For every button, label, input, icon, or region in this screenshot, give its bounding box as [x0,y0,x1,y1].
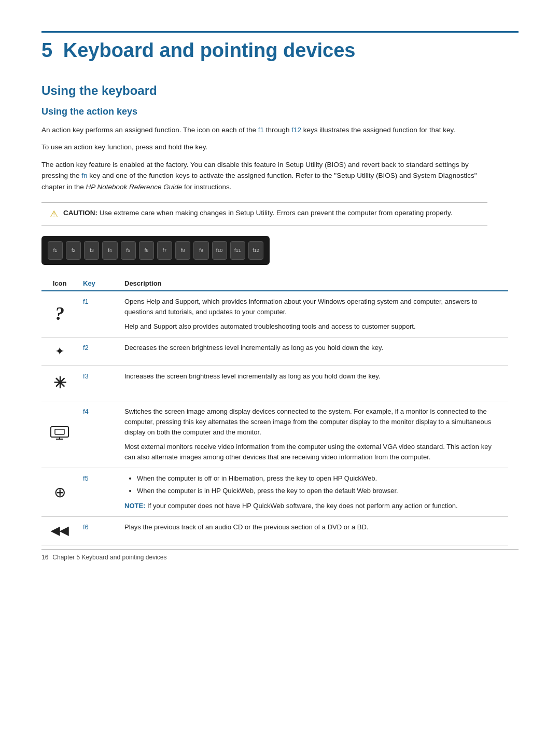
desc-f3: Increases the screen brightness level in… [119,366,508,401]
key-label-f5: f5 [78,468,119,516]
book-title: HP Notebook Reference Guide [86,183,183,191]
key-f1: f1 [48,241,63,260]
col-header-icon: Icon [41,275,78,291]
key-f2: f2 [66,241,81,260]
section-heading: Using the keyboard [41,83,519,98]
globe-icon: ⊕ [54,484,66,500]
page-container: 5 Keyboard and pointing devices Using th… [0,0,560,577]
link-fn[interactable]: fn [81,172,87,179]
key-label-f3: f3 [78,366,119,401]
desc-f4: Switches the screen image among display … [119,401,508,468]
footer-text: 16 [41,554,48,561]
desc-f6: Plays the previous track of an audio CD … [119,516,508,545]
key-f12: f12 [248,241,263,260]
display-switch-icon [50,426,69,440]
list-item: When the computer is in HP QuickWeb, pre… [137,486,503,496]
desc-f2: Decreases the screen brightness level in… [119,337,508,366]
icon-f1: ? [41,291,78,338]
desc-f5: When the computer is off or in Hibernati… [119,468,508,516]
caution-text: CAUTION: Use extreme care when making ch… [63,208,453,219]
svg-rect-1 [55,429,64,434]
icon-f2: ✦ [41,337,78,366]
col-header-desc: Description [119,275,508,291]
key-f10: f10 [212,241,227,260]
caution-icon: ⚠ [50,208,58,220]
icon-f4 [41,401,78,468]
key-f8: f8 [175,241,190,260]
chapter-title-text: Keyboard and pointing devices [63,39,356,61]
subsection-heading: Using the action keys [41,106,519,117]
link-f12[interactable]: f12 [291,126,301,134]
svg-rect-0 [51,427,68,437]
key-f3: f3 [84,241,99,260]
note-label: NOTE: [124,502,145,510]
key-label-f6: f6 [78,516,119,545]
paragraph-1: An action key performs an assigned funct… [41,124,487,136]
key-f6: f6 [139,241,154,260]
keyboard-image: f1 f2 f3 f4 f5 f6 f7 f8 f9 f10 f11 f12 [41,236,270,265]
brightness-down-icon: ✦ [55,345,64,358]
list-item: When the computer is off or in Hibernati… [137,473,503,484]
key-f4: f4 [102,241,117,260]
key-label-f2: f2 [78,337,119,366]
col-header-key: Key [78,275,119,291]
table-row: ⊕ f5 When the computer is off or in Hibe… [41,468,508,516]
action-keys-table: Icon Key Description ? f1 Opens Help and… [41,275,508,545]
chapter-title: 5 Keyboard and pointing devices [41,31,519,63]
caution-box: ⚠ CAUTION: Use extreme care when making … [41,202,487,226]
desc-f1: Opens Help and Support, which provides i… [119,291,508,338]
key-label-f4: f4 [78,401,119,468]
key-f7: f7 [157,241,172,260]
table-row: ✦ f2 Decreases the screen brightness lev… [41,337,508,366]
key-label-f1: f1 [78,291,119,338]
icon-f6: ◀◀ [41,516,78,545]
table-header-row: Icon Key Description [41,275,508,291]
key-f11: f11 [230,241,245,260]
key-f9: f9 [193,241,208,260]
paragraph-3: The action key feature is enabled at the… [41,159,487,193]
chapter-number: 5 [41,39,52,61]
paragraph-2: To use an action key function, press and… [41,142,487,153]
f5-bullet-list: When the computer is off or in Hibernati… [124,473,503,496]
caution-body: Use extreme care when making changes in … [100,209,453,217]
key-f5: f5 [121,241,136,260]
link-f1[interactable]: f1 [258,126,264,134]
question-mark-icon: ? [55,303,64,324]
table-row: ✳ f3 Increases the screen brightness lev… [41,366,508,401]
table-row: f4 Switches the screen image among displ… [41,401,508,468]
page-footer: 16 Chapter 5 Keyboard and pointing devic… [41,549,519,561]
table-row: ◀◀ f6 Plays the previous track of an aud… [41,516,508,545]
table-row: ? f1 Opens Help and Support, which provi… [41,291,508,338]
footer-chapter: Chapter 5 Keyboard and pointing devices [52,554,166,561]
note-f5: NOTE: If your computer does not have HP … [124,501,503,511]
caution-label: CAUTION: [63,209,97,217]
brightness-up-icon: ✳ [53,374,66,391]
previous-track-icon: ◀◀ [51,524,68,537]
icon-f5: ⊕ [41,468,78,516]
icon-f3: ✳ [41,366,78,401]
